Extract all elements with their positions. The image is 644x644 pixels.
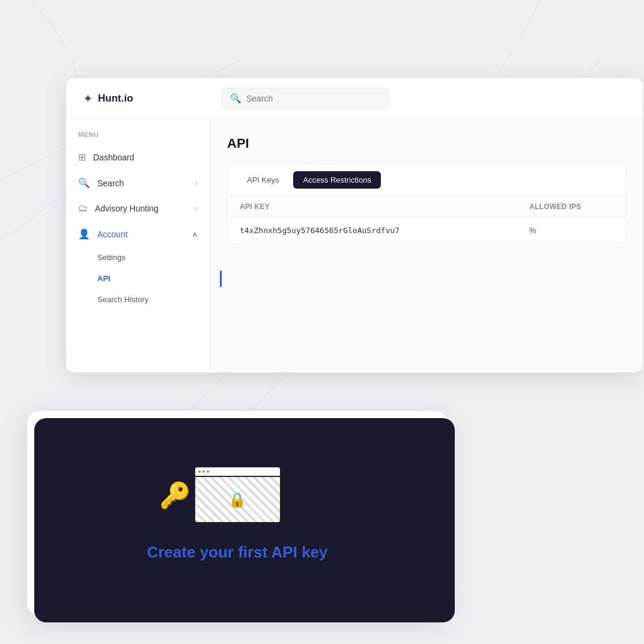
api-key-illustration: 🔑 🔒: [177, 465, 297, 525]
app-body: Menu ⊞ Dashboard 🔍 Search › 🗂: [66, 119, 643, 372]
table-row: t4xZhnxh5g5uy57646565rGloAuSrdfvu7 %: [228, 217, 625, 243]
app-window: ✦ Hunt.io 🔍 Menu ⊞ Dashboard 🔍 Se: [66, 78, 643, 372]
browser-dot: [207, 470, 209, 473]
sidebar-item-account[interactable]: 👤 Account ∧: [66, 221, 210, 247]
tab-access-restrictions[interactable]: Access Restrictions: [293, 171, 380, 189]
browser-dot: [198, 470, 201, 473]
api-key-value: t4xZhnxh5g5uy57646565rGloAuSrdfvu7: [240, 226, 529, 235]
main-content: API API Keys Access Restrictions API Key…: [210, 119, 643, 372]
account-icon: 👤: [78, 228, 90, 240]
sidebar-item-dashboard[interactable]: ⊞ Dashboard: [66, 144, 210, 170]
search-bar[interactable]: 🔍: [221, 88, 389, 109]
lock-icon: 🔒: [228, 491, 246, 508]
browser-dot: [202, 470, 205, 473]
chevron-right-icon: ›: [195, 204, 198, 213]
logo-area: ✦ Hunt.io: [83, 91, 221, 106]
sidebar-item-label: Advisory Hunting: [95, 204, 159, 213]
tab-bar: API Keys Access Restrictions: [228, 164, 625, 196]
dashboard-icon: ⊞: [78, 151, 86, 163]
browser-box: 🔒: [194, 466, 281, 523]
col-header-api-key: API Key: [240, 202, 529, 211]
sidebar-item-label: Search: [97, 178, 124, 188]
table-header: API Key Allowed IPS: [228, 196, 625, 217]
sub-nav-item-settings[interactable]: Settings: [97, 247, 210, 268]
allowed-ips-value: %: [529, 226, 613, 235]
sidebar-item-advisory-hunting[interactable]: 🗂 Advisory Hunting ›: [66, 196, 210, 221]
search-input[interactable]: [246, 94, 380, 103]
col-header-allowed-ips: Allowed IPS: [529, 202, 613, 211]
browser-body: 🔒: [195, 477, 280, 522]
sub-nav-item-api[interactable]: API: [97, 268, 210, 289]
search-nav-icon: 🔍: [78, 177, 90, 189]
sidebar-item-search[interactable]: 🔍 Search ›: [66, 170, 210, 196]
account-sub-nav: Settings API Search History: [66, 247, 210, 310]
app-header: ✦ Hunt.io 🔍: [66, 78, 643, 119]
cta-text: Create your first API key: [147, 543, 327, 562]
logo-icon: ✦: [83, 91, 93, 106]
sub-nav-item-search-history[interactable]: Search History: [97, 289, 210, 310]
chevron-up-icon: ∧: [192, 230, 198, 238]
sidebar-item-label: Account: [97, 229, 128, 239]
sidebar-item-label: Dashboard: [93, 153, 135, 162]
search-icon: 🔍: [230, 93, 242, 104]
api-card: API Keys Access Restrictions API Key All…: [227, 163, 626, 244]
chevron-right-icon: ›: [195, 179, 198, 187]
advisory-icon: 🗂: [78, 203, 88, 214]
key-icon: 🔑: [159, 480, 190, 509]
logo-text: Hunt.io: [98, 93, 133, 105]
menu-label: Menu: [66, 131, 210, 144]
sidebar: Menu ⊞ Dashboard 🔍 Search › 🗂: [66, 119, 210, 372]
page-title: API: [227, 136, 626, 151]
browser-bar: [195, 467, 280, 477]
tab-api-keys[interactable]: API Keys: [237, 171, 288, 189]
floating-card: 🔑 🔒 Create your first API key: [27, 411, 448, 615]
